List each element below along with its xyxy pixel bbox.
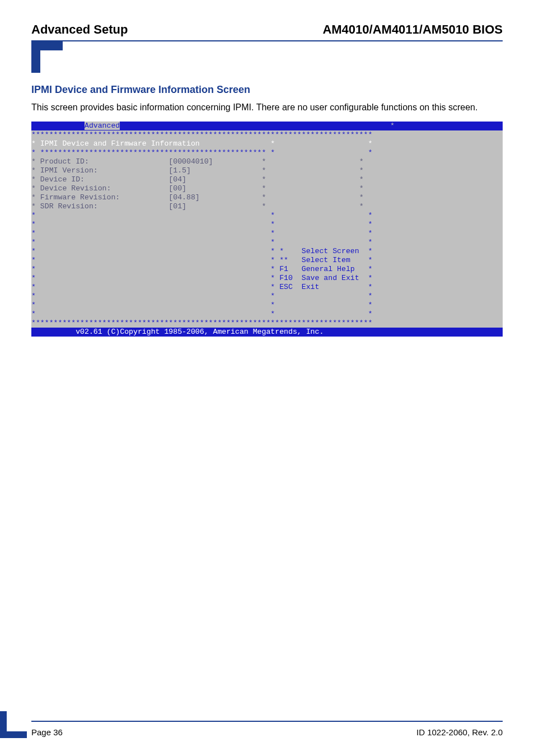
bios-blank-row: * * * [31,292,503,301]
bios-tab-advanced: Advanced [85,122,120,130]
bios-info-row: * Device Revision: [00] * * [31,184,503,193]
doc-id: ID 1022-2060, Rev. 2.0 [416,727,503,737]
svg-rect-1 [31,41,40,73]
bios-menubar: Advanced * [31,122,503,130]
section-body: This screen provides basic information c… [31,101,503,114]
bios-info-row: * IPMI Version: [1.5] * * [31,166,503,175]
bios-help-row: * * ** Select Item * [31,256,503,265]
bios-screen-title: * IPMI Device and Firmware Information *… [31,139,503,148]
bios-border-bottom: ****************************************… [31,319,503,328]
header-right: AM4010/AM4011/AM5010 BIOS [322,22,503,37]
bios-copyright-footer: v02.61 (C)Copyright 1985-2006, American … [31,328,503,337]
bios-info-row: * Device ID: [04] * * [31,175,503,184]
page-footer: Page 36 ID 1022-2060, Rev. 2.0 [31,721,503,737]
bios-help-row: * * * Select Screen * [31,247,503,256]
bios-blank-row: * * * [31,301,503,310]
bios-info-row: * Product ID: [00004010] * * [31,157,503,166]
page-header: Advanced Setup AM4010/AM4011/AM5010 BIOS [31,22,503,37]
bios-info-row: * SDR Revision: [01] * * [31,202,503,211]
bios-sub-border: * **************************************… [31,148,503,157]
bios-blank-row: * * * [31,310,503,319]
bios-help-row: * * F1 General Help * [31,265,503,274]
page-number: Page 36 [31,727,63,737]
bios-screenshot: Advanced *******************************… [31,122,503,337]
section-title: IPMI Device and Firmware Information Scr… [31,84,503,96]
header-rule [31,40,503,80]
header-left: Advanced Setup [31,22,128,37]
brand-logo-icon [31,41,63,73]
bios-help-row: * * ESC Exit * [31,283,503,292]
bios-help-row: * * F10 Save and Exit * [31,274,503,283]
bios-info-row: * Firmware Revision: [04.88] * * [31,193,503,202]
bios-border-top: ****************************************… [31,130,503,139]
footer-corner-icon [0,711,27,740]
bios-blank-row: * * * [31,229,503,238]
svg-rect-3 [0,711,7,738]
bios-blank-row: * * * [31,238,503,247]
bios-blank-row: * * * [31,211,503,220]
bios-blank-row: * * * [31,220,503,229]
